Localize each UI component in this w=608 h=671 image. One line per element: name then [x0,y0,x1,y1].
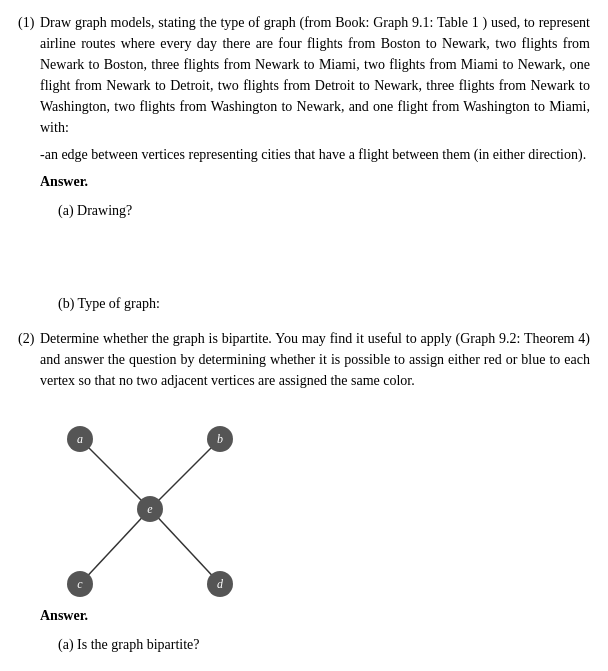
problem-1-sub-a: (a) Drawing? [58,200,590,221]
graph-node-e: e [137,496,163,522]
problem-1-sub-b-label: (b) Type of graph: [58,296,160,311]
problem-2-number: (2) [18,328,40,671]
problem-2-content: Determine whether the graph is bipartite… [40,328,590,671]
problem-2-answer-label: Answer. [40,605,590,626]
problem-1-sub-a-label: (a) Drawing? [58,203,132,218]
problem-1-content: Draw graph models, stating the type of g… [40,12,590,318]
problem-1-answer-label: Answer. [40,171,590,192]
problem-1-sub-b: (b) Type of graph: [58,293,590,314]
problem-1-text: Draw graph models, stating the type of g… [40,12,590,138]
problem-2-sub-a-label: (a) Is the graph bipartite? [58,637,200,652]
problem-1-number: (1) [18,12,40,318]
graph-node-b: b [207,426,233,452]
svg-line-2 [80,509,150,584]
graph-diagram: abecd [40,399,260,599]
problem-2-text: Determine whether the graph is bipartite… [40,328,590,391]
graph-node-a: a [67,426,93,452]
svg-line-3 [150,509,220,584]
svg-line-0 [80,439,150,509]
problem-2: (2) Determine whether the graph is bipar… [18,328,590,671]
svg-line-1 [150,439,220,509]
problem-2-sub-a: (a) Is the graph bipartite? [58,634,590,655]
graph-node-c: c [67,571,93,597]
problem-1-edge-desc: -an edge between vertices representing c… [40,144,590,165]
problem-1: (1) Draw graph models, stating the type … [18,12,590,318]
graph-node-d: d [207,571,233,597]
